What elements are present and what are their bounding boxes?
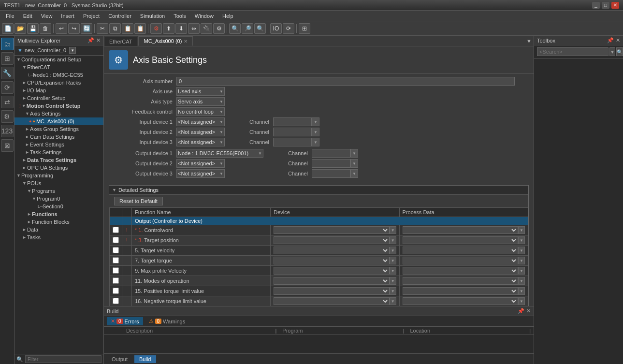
row-process-dropdown[interactable]: ▼ [518,236,525,244]
device-icon[interactable]: 🔧 [1,67,14,79]
paste2-button[interactable]: 📋 [134,23,146,34]
input-dev2-select[interactable]: <Not assigned> [176,128,225,136]
row-device-cell[interactable]: ▼ [271,225,399,235]
tree-mc-axis000[interactable]: ● ● MC_Axis000 (0) [14,117,103,125]
row-device-dropdown[interactable]: ▼ [390,297,396,305]
motion-button[interactable]: ⟳ [283,23,294,34]
row-process-dropdown[interactable]: ▼ [518,287,525,295]
out-channel3-input[interactable] [312,169,350,178]
filter-input[interactable] [25,355,101,363]
tree-ethercat[interactable]: ▼ EtherCAT [14,63,103,71]
row-device-cell[interactable]: ▼ [271,276,399,286]
row-device-select[interactable] [274,297,389,305]
tree-iomap[interactable]: ► I/O Map [14,87,103,94]
channel2-dropdown[interactable]: ▼ [312,128,319,136]
row-process-select[interactable] [403,267,518,275]
row-device-select[interactable] [274,267,389,275]
build-pin-icon[interactable]: 📌 [518,308,524,314]
tree-event[interactable]: ► Event Settings [14,141,103,148]
tree-programs[interactable]: ▼ Programs [14,187,103,195]
row-checkbox[interactable] [113,257,119,263]
row-process-select[interactable] [403,257,518,264]
input-dev1-select[interactable]: <Not assigned> [176,117,225,126]
row-process-data-cell[interactable]: ▼ [399,296,528,306]
tree-configs[interactable]: ▼ Configurations and Setup [14,56,103,63]
row-device-cell[interactable]: ▼ [271,296,399,306]
row-process-select[interactable] [403,226,518,234]
row-process-data-cell[interactable]: ▼ [399,235,528,246]
compare-button[interactable]: ⇔ [188,23,200,34]
transfer-icon[interactable]: ⇄ [1,96,14,108]
controller-dropdown[interactable]: ▼ [69,47,76,54]
row-checkbox-cell[interactable] [110,276,122,286]
window-controls[interactable]: _ □ ✕ [592,2,619,9]
delete-button[interactable]: 🗑 [40,23,51,34]
row-device-select[interactable] [274,226,389,234]
feedback-select[interactable]: No control loop [176,107,225,116]
zoom-out-button[interactable]: 🔍 [254,23,266,34]
row-process-data-cell[interactable]: ▼ [399,225,528,235]
row-device-cell[interactable]: ▼ [271,256,399,266]
tree-motion-control[interactable]: ! ▼ Motion Control Setup [14,102,103,110]
channel2-input[interactable] [273,128,312,136]
menu-file[interactable]: File [2,12,18,20]
toolbox-search-button[interactable]: 🔍 [616,47,623,56]
row-device-dropdown[interactable]: ▼ [390,247,396,254]
build-tab-errors[interactable]: ✕ 0 Errors [107,317,143,325]
tree-functions[interactable]: ► Functions [14,210,103,218]
menu-project[interactable]: Project [79,12,103,20]
build-button[interactable]: ⚙ [150,23,162,34]
row-checkbox[interactable] [113,227,119,233]
tree-cpu[interactable]: ► CPU/Expansion Racks [14,79,103,87]
row-process-dropdown[interactable]: ▼ [518,226,525,234]
channel1-dropdown[interactable]: ▼ [312,117,319,126]
misc-button[interactable]: ⊞ [299,23,310,34]
redo-button[interactable]: ↪ [68,23,80,34]
row-process-data-cell[interactable]: ▼ [399,266,528,276]
pin-icon[interactable]: 📌 [87,37,94,44]
settings-btn[interactable]: ⚙ [213,23,225,34]
row-process-dropdown[interactable]: ▼ [518,257,525,264]
tree-func-blocks[interactable]: ► Function Blocks [14,218,103,226]
menu-tools[interactable]: Tools [170,12,190,20]
row-process-select[interactable] [403,277,518,285]
menu-insert[interactable]: Insert [57,12,78,20]
axis-type-select[interactable]: Servo axis [176,97,225,106]
row-checkbox-cell[interactable] [110,246,122,256]
output-tab[interactable]: Output [107,355,132,363]
tree-task[interactable]: ► Task Settings [14,148,103,156]
reset-to-default-button[interactable]: Reset to Default [114,197,163,205]
row-checkbox-cell[interactable] [110,235,122,246]
row-process-select[interactable] [403,236,518,244]
output-dev1-select[interactable]: Node : 1 DM3C-EC556(E001) [176,149,263,158]
input-dev3-select[interactable]: <Not assigned> [176,138,225,146]
build-bottom-tab[interactable]: Build [134,355,156,363]
row-checkbox-cell[interactable] [110,256,122,266]
motion-icon[interactable]: ⟳ [1,81,14,94]
row-device-dropdown[interactable]: ▼ [390,267,396,275]
tree-programming[interactable]: ▼ Programming [14,172,103,179]
save-button[interactable]: 💾 [27,23,39,34]
row-process-data-cell[interactable]: ▼ [399,246,528,256]
row-process-data-cell[interactable]: ▼ [399,256,528,266]
explorer-icon[interactable]: 🗂 [1,38,14,50]
axis-number-input[interactable] [176,77,515,86]
tree-axis-settings[interactable]: ▼ Axis Settings [14,110,103,117]
row-checkbox[interactable] [113,267,119,274]
cut-button[interactable]: ✂ [97,23,108,34]
row-process-data-cell[interactable]: ▼ [399,286,528,296]
channel3-dropdown[interactable]: ▼ [312,138,319,146]
tree-node1[interactable]: L─► Node1 : DM3C-EC55 [14,71,103,79]
out-channel1-input[interactable] [312,149,350,158]
output-dev2-select[interactable]: <Not assigned> [176,159,225,168]
row-process-dropdown[interactable]: ▼ [518,277,525,285]
refresh-button[interactable]: 🔄 [81,23,92,34]
tab-dropdown[interactable]: ▼ [524,38,534,44]
build-close-icon[interactable]: ✕ [526,308,531,314]
tree-opc-ua[interactable]: ► OPC UA Settings [14,164,103,172]
row-device-dropdown[interactable]: ▼ [390,226,396,234]
row-device-dropdown[interactable]: ▼ [390,236,396,244]
row-device-cell[interactable]: ▼ [271,235,399,246]
output-dev3-select[interactable]: <Not assigned> [176,169,225,178]
tree-data-trace[interactable]: ► Data Trace Settings [14,156,103,164]
